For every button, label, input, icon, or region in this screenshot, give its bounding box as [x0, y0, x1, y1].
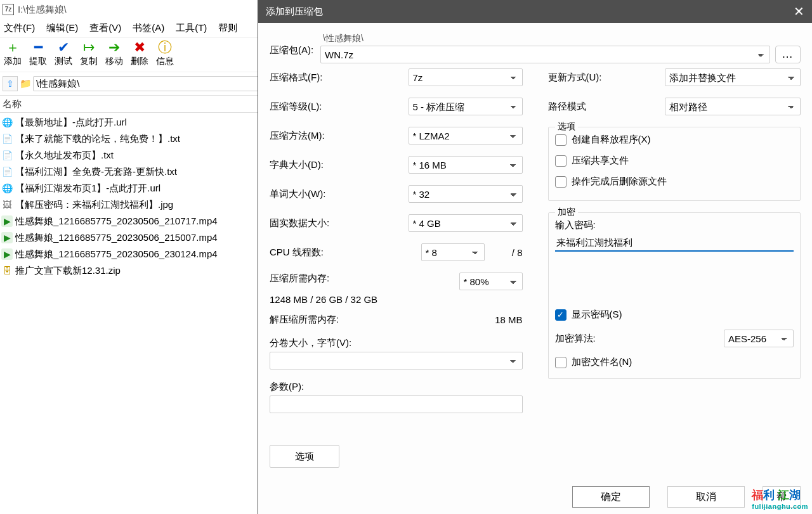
toolbar-添加[interactable]: ＋添加	[0, 39, 25, 67]
params-input[interactable]	[270, 395, 523, 413]
delete-checkbox[interactable]	[555, 176, 566, 188]
up-icon[interactable]: ⇧	[3, 76, 18, 91]
word-select[interactable]: * 32	[409, 185, 523, 203]
toolbar-label: 移动	[102, 56, 127, 67]
password-label: 输入密码:	[555, 219, 794, 231]
file-icon: 🌐	[1, 117, 13, 128]
sfx-label: 创建自释放程序(X)	[572, 134, 651, 146]
toolbar-删除[interactable]: ✖删除	[127, 39, 152, 67]
toolbar-label: 测试	[51, 56, 76, 67]
options-group: 选项 创建自释放程序(X) 压缩共享文件 操作完成后删除源文件	[548, 127, 801, 201]
threads-max: / 8	[485, 247, 523, 258]
archive-label: 压缩包(A):	[270, 33, 320, 56]
toolbar-icon: ⓘ	[152, 39, 178, 56]
menu-item[interactable]: 查看(V)	[89, 22, 121, 34]
file-name: 推广文宣下载新12.31.zip	[15, 265, 121, 277]
folder-icon: 📁	[19, 77, 32, 90]
level-select[interactable]: 5 - 标准压缩	[409, 98, 523, 115]
solid-select[interactable]: * 4 GB	[409, 214, 523, 232]
toolbar-信息[interactable]: ⓘ信息	[152, 39, 178, 67]
menu-item[interactable]: 文件(F)	[4, 22, 35, 34]
split-select[interactable]	[270, 352, 523, 369]
password-input[interactable]	[555, 235, 794, 252]
options-button[interactable]: 选项	[270, 445, 339, 468]
file-icon: 🖼	[1, 199, 13, 210]
file-icon: 📄	[1, 133, 13, 145]
archive-path: \性感舞娘\	[320, 33, 770, 46]
file-name: 性感舞娘_1216685775_20230506_215007.mp4	[15, 232, 218, 244]
encrypt-names-checkbox[interactable]	[555, 357, 566, 368]
file-icon: ▶	[1, 215, 13, 227]
dict-label: 字典大小(D):	[270, 159, 409, 171]
toolbar-icon: ↦	[76, 39, 102, 56]
options-legend: 选项	[555, 121, 578, 132]
dialog-title: 添加到压缩包	[266, 6, 323, 18]
file-icon: 📄	[1, 166, 13, 177]
toolbar-测试[interactable]: ✔测试	[51, 39, 76, 67]
file-icon: 🌐	[1, 183, 13, 194]
file-name: 【解压密码：来福利江湖找福利】.jpg	[15, 199, 173, 211]
enc-alg-select[interactable]: AES-256	[724, 330, 794, 347]
toolbar-icon: ━	[25, 39, 51, 56]
toolbar-label: 添加	[0, 56, 25, 67]
solid-label: 固实数据大小:	[270, 217, 409, 229]
threads-select[interactable]: * 8	[421, 243, 485, 261]
main-title: I:\性感舞娘\	[18, 4, 67, 16]
toolbar-icon: ➔	[102, 39, 127, 56]
pathmode-label: 路径模式	[548, 101, 665, 113]
show-password-checkbox[interactable]: ✓	[555, 309, 566, 321]
dialog-titlebar: 添加到压缩包 ✕	[258, 0, 812, 23]
file-name: 【永久地址发布页】.txt	[15, 150, 114, 162]
mem-decompress-label: 解压缩所需内存:	[270, 314, 495, 326]
update-label: 更新方式(U):	[548, 72, 665, 84]
toolbar-label: 复制	[76, 56, 102, 67]
file-icon: 🗄	[1, 265, 13, 276]
toolbar-label: 提取	[25, 56, 51, 67]
add-to-archive-dialog: 添加到压缩包 ✕ 压缩包(A): \性感舞娘\ WN.7z ... 压缩格式(F…	[258, 0, 812, 514]
toolbar-icon: ＋	[0, 39, 25, 56]
level-label: 压缩等级(L):	[270, 101, 409, 113]
encryption-legend: 加密	[555, 207, 578, 218]
method-label: 压缩方法(M):	[270, 130, 409, 142]
dict-select[interactable]: * 16 MB	[409, 156, 523, 174]
mem-compress-value: 1248 MB / 26 GB / 32 GB	[270, 294, 523, 305]
format-select[interactable]: 7z	[409, 68, 523, 86]
browse-button[interactable]: ...	[775, 46, 801, 63]
toolbar-提取[interactable]: ━提取	[25, 39, 51, 67]
menu-item[interactable]: 书签(A)	[133, 22, 164, 34]
shared-checkbox[interactable]	[555, 155, 566, 167]
cancel-button[interactable]: 取消	[667, 486, 745, 508]
ok-button[interactable]: 确定	[572, 486, 650, 508]
file-name: 【福利江湖】全免费-无套路-更新快.txt	[15, 166, 177, 178]
file-name: 【福利江湖发布页1】-点此打开.url	[15, 183, 160, 195]
toolbar-icon: ✖	[127, 39, 152, 56]
close-icon[interactable]: ✕	[794, 4, 804, 19]
file-name: 【最新地址】-点此打开.url	[15, 117, 127, 129]
app-logo-icon: 7z	[3, 4, 14, 15]
method-select[interactable]: * LZMA2	[409, 127, 523, 145]
toolbar-label: 信息	[152, 56, 178, 67]
menu-item[interactable]: 帮则	[218, 22, 237, 34]
file-icon: ▶	[1, 232, 13, 243]
mem-compress-label: 压缩所需内存:	[270, 273, 364, 285]
mem-decompress-value: 18 MB	[495, 314, 522, 325]
file-icon: ▶	[1, 248, 13, 260]
toolbar-复制[interactable]: ↦复制	[76, 39, 102, 67]
params-label: 参数(P):	[270, 381, 523, 393]
toolbar-移动[interactable]: ➔移动	[102, 39, 127, 67]
archive-name-input[interactable]: WN.7z	[320, 46, 770, 63]
threads-label: CPU 线程数:	[270, 247, 421, 259]
update-select[interactable]: 添加并替换文件	[665, 68, 801, 86]
show-password-label: 显示密码(S)	[572, 309, 622, 321]
word-label: 单词大小(W):	[270, 188, 409, 200]
menu-item[interactable]: 工具(T)	[176, 22, 207, 34]
menu-item[interactable]: 编辑(E)	[46, 22, 78, 34]
file-name: 性感舞娘_1216685775_20230506_210717.mp4	[15, 215, 218, 228]
file-name: 【来了就能下载的论坛，纯免费！】.txt	[15, 133, 180, 145]
watermark: 福利 江湖 fulijianghu.com	[752, 487, 808, 510]
toolbar-icon: ✔	[51, 39, 76, 56]
sfx-checkbox[interactable]	[555, 134, 566, 146]
pathmode-select[interactable]: 相对路径	[665, 98, 801, 115]
mem-pct-select[interactable]: * 80%	[459, 273, 523, 290]
file-icon: 📄	[1, 150, 13, 161]
